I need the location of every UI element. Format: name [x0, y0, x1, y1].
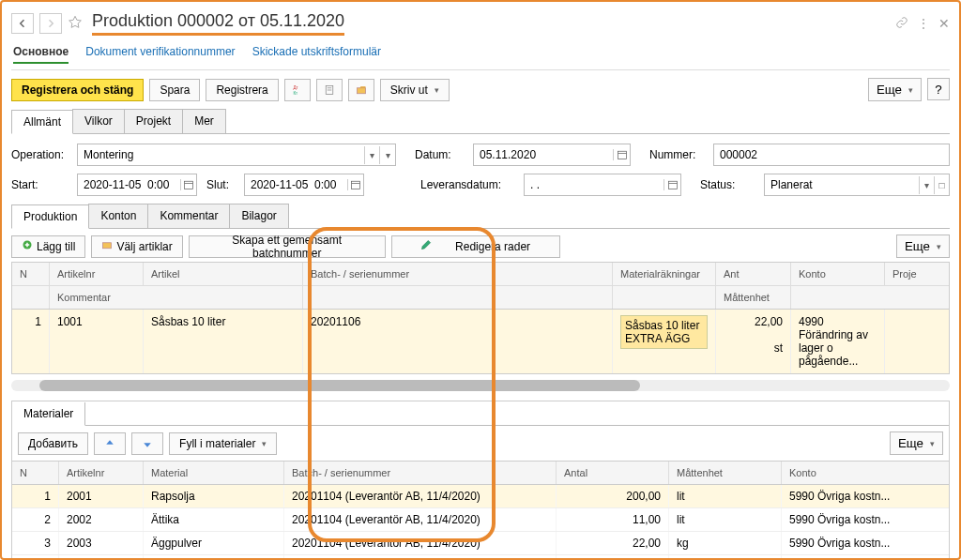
star-icon[interactable] [68, 15, 83, 33]
folder-icon-button[interactable] [348, 79, 374, 101]
edit-rows-button[interactable]: Redigera rader [391, 235, 560, 258]
mh-batch: Batch- / serienummer [284, 462, 557, 484]
window-title: Produktion 000002 от 05.11.2020 [92, 11, 344, 36]
subtab-konton[interactable]: Konton [88, 204, 148, 228]
production-grid: N Artikelnr Artikel Batch- / serienummer… [11, 262, 950, 374]
add-row-button[interactable]: Lägg till [11, 235, 85, 258]
material-row[interactable]: 12001Rapsolja20201104 (Leverantör AB, 11… [12, 485, 949, 508]
fill-materials-button[interactable]: Fyll i materialer [169, 432, 277, 455]
svg-rect-15 [103, 243, 112, 249]
start-cal[interactable] [180, 179, 196, 190]
link-icon[interactable] [895, 16, 908, 32]
mh-antal: Antal [557, 462, 669, 484]
mh-konto: Konto [782, 462, 949, 484]
mh-material: Material [144, 462, 284, 484]
register-close-button[interactable]: Registrera och stäng [11, 79, 144, 101]
forward-button[interactable] [39, 13, 62, 34]
svg-rect-10 [351, 181, 359, 189]
doc-icon-button[interactable] [316, 79, 343, 101]
subnav-verif[interactable]: Dokument verifikationnummer [85, 45, 235, 64]
subtab-kommentar[interactable]: Kommentar [147, 204, 230, 228]
subtab-produktion[interactable]: Produktion [11, 204, 89, 229]
status-d1[interactable]: ▾ [919, 176, 934, 194]
start-input-wrap[interactable] [77, 174, 197, 196]
operation-input-wrap[interactable]: ▾▾ [77, 144, 396, 166]
more-button-subtoolbar[interactable]: Еще [896, 235, 950, 258]
tab-projekt[interactable]: Projekt [124, 109, 183, 133]
deliv-input-wrap[interactable] [524, 174, 681, 196]
h-artnr: Artikelnr [50, 263, 144, 285]
register-button[interactable]: Registrera [206, 79, 278, 101]
h-unit: Måttenhet [716, 286, 791, 309]
date-label: Datum: [415, 148, 464, 161]
production-row[interactable]: 1 1001 Såsbas 10 liter 20201106 Såsbas 1… [12, 310, 949, 373]
material-row[interactable]: 32003Äggpulver20201104 (Leverantör AB, 1… [12, 532, 949, 555]
tab-materialer[interactable]: Materialer [12, 402, 85, 426]
scrollbar-thumb[interactable] [39, 380, 640, 391]
save-button[interactable]: Spara [149, 79, 200, 101]
number-label: Nummer: [649, 148, 704, 161]
h-ant: Ant [716, 263, 791, 285]
subnav-main[interactable]: Основное [13, 45, 69, 64]
choose-articles-button[interactable]: Välj artiklar [91, 235, 182, 258]
move-down-button[interactable] [131, 432, 163, 455]
material-row[interactable]: 42004Smaksättning såsbas vit2020110411,0… [12, 555, 949, 560]
status-label: Status: [700, 178, 755, 191]
dtkt-icon-button[interactable]: ДтКт [284, 79, 311, 101]
back-button[interactable] [11, 13, 34, 34]
svg-rect-6 [618, 151, 626, 159]
date-input[interactable] [474, 144, 613, 165]
status-d2[interactable]: □ [934, 176, 949, 194]
more-button-mat[interactable]: Еще [890, 431, 943, 455]
close-icon[interactable]: ✕ [938, 16, 950, 31]
tab-mer[interactable]: Mer [182, 109, 226, 133]
tab-vilkor[interactable]: Vilkor [72, 109, 125, 133]
status-input-wrap[interactable]: ▾□ [764, 174, 950, 196]
h-scrollbar[interactable] [11, 380, 950, 391]
start-label: Start: [11, 178, 68, 191]
subnav-forms[interactable]: Skickade utskriftsformulär [252, 45, 381, 64]
mat-add-button[interactable]: Добавить [18, 432, 88, 455]
date-cal-icon[interactable] [613, 149, 630, 160]
subtab-bilagor[interactable]: Bilagor [229, 204, 288, 228]
date-input-wrap[interactable] [473, 144, 631, 166]
h-proj: Proje [885, 263, 949, 285]
h-material: Materialräkningar [613, 263, 716, 285]
op-d2[interactable]: ▾ [379, 146, 395, 164]
h-comment: Kommentar [50, 286, 303, 309]
mh-unit: Måttenhet [669, 462, 782, 484]
print-button[interactable]: Skriv ut [380, 79, 450, 101]
move-up-button[interactable] [94, 432, 126, 455]
h-n: N [12, 263, 50, 285]
svg-rect-12 [668, 181, 677, 189]
end-label: Slut: [206, 178, 235, 191]
mh-artnr: Artikelnr [59, 462, 144, 484]
h-konto: Konto [791, 263, 885, 285]
svg-text:Кт: Кт [293, 90, 297, 95]
op-d1[interactable]: ▾ [364, 146, 380, 164]
material-highlight: Såsbas 10 liter EXTRA ÄGG [620, 315, 708, 349]
end-cal[interactable] [347, 179, 363, 190]
h-artikel: Artikel [144, 263, 303, 285]
deliv-cal[interactable] [664, 179, 680, 190]
operation-label: Operation: [11, 148, 68, 161]
start-input[interactable] [78, 174, 180, 195]
help-button[interactable]: ? [927, 78, 950, 100]
svg-rect-8 [184, 181, 192, 189]
end-input[interactable] [245, 174, 347, 195]
mh-n: N [12, 462, 59, 484]
status-input[interactable] [765, 174, 919, 195]
h-batch: Batch- / serienummer [303, 263, 613, 285]
number-input[interactable] [714, 144, 949, 165]
svg-text:Дт: Дт [293, 85, 297, 90]
operation-input[interactable] [78, 144, 364, 165]
deliv-label: Leveransdatum: [420, 178, 514, 191]
menu-dots-icon[interactable]: ⋮ [918, 17, 929, 30]
deliv-input[interactable] [525, 174, 664, 195]
tab-allmant[interactable]: Allmänt [11, 110, 73, 134]
end-input-wrap[interactable] [244, 174, 364, 196]
number-input-wrap[interactable] [713, 144, 950, 166]
create-batch-button[interactable]: Skapa ett gemensamt batchnummer [189, 235, 386, 258]
more-button-toolbar[interactable]: Еще [868, 78, 922, 101]
material-row[interactable]: 22002Ättika20201104 (Leverantör AB, 11/4… [12, 508, 949, 532]
